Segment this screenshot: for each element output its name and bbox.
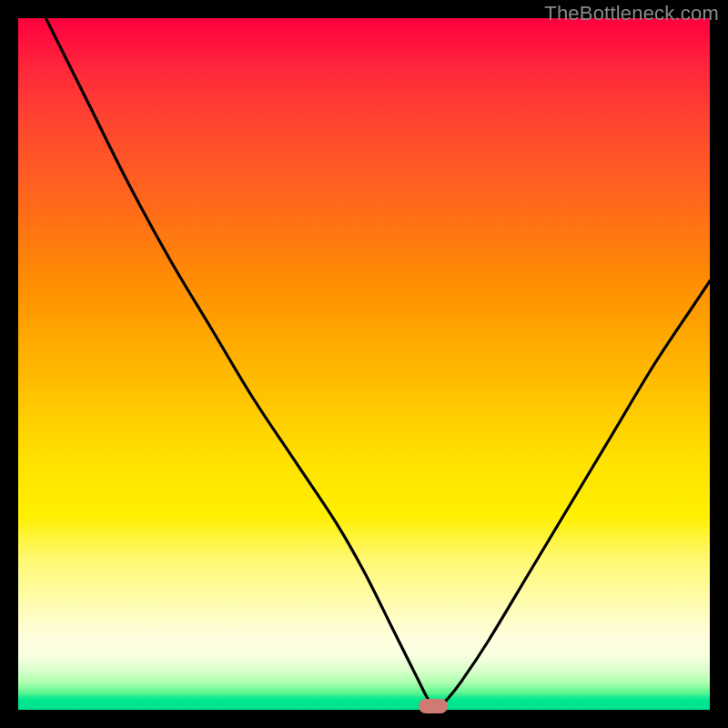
bottleneck-curve [18, 18, 710, 710]
watermark-label: TheBottleneck.com [544, 2, 719, 25]
bottleneck-point-marker [419, 699, 448, 713]
chart-container: TheBottleneck.com [0, 0, 728, 728]
plot-area [18, 18, 710, 710]
